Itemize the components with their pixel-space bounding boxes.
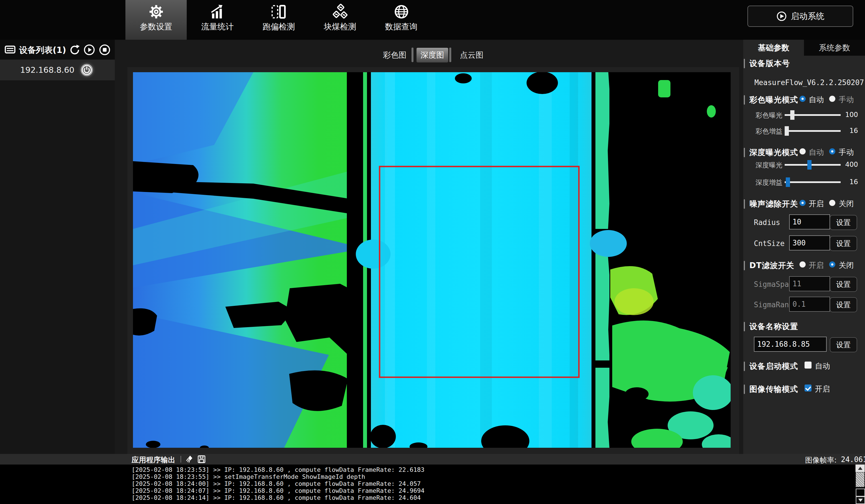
dt-filter-off-radio[interactable]	[829, 261, 835, 268]
globe-icon	[393, 3, 410, 21]
sigmarange-input[interactable]	[789, 297, 830, 312]
dt-filter-on-label[interactable]: 开启	[809, 260, 824, 270]
log-scrollbar[interactable]	[855, 465, 865, 504]
status-divider	[181, 456, 181, 462]
stop-all-icon[interactable]	[99, 44, 111, 56]
transfer-mode-title: 图像传输模式	[749, 384, 798, 395]
depth-mode-auto-radio[interactable]	[799, 148, 806, 154]
framerate-label: 图像帧率:	[805, 455, 837, 465]
cntsize-label: CntSize	[754, 239, 785, 248]
tab-divider	[412, 48, 414, 62]
framerate-value: 24.0616	[841, 455, 865, 464]
radius-set-button[interactable]: 设置	[830, 215, 857, 230]
device-name-title: 设备名称设置	[749, 321, 798, 332]
section-accent	[744, 385, 745, 394]
cntsize-set-button[interactable]: 设置	[830, 236, 857, 251]
toolbar-item-deviation-detect[interactable]: 跑偏检测	[248, 0, 309, 40]
viewer-area: 彩色图 深度图 点云图	[115, 40, 743, 454]
power-icon[interactable]	[80, 63, 93, 77]
noise-filter-on-label[interactable]: 开启	[809, 199, 824, 209]
noise-filter-title: 噪声滤除开关	[749, 199, 798, 209]
depth-gain-row: 深度增益 16	[743, 178, 865, 189]
tab-color-image[interactable]: 彩色图	[383, 50, 406, 60]
save-log-icon[interactable]	[197, 455, 206, 464]
depth-exposure-row: 深度曝光 400	[743, 161, 865, 172]
device-row[interactable]: 192.168.8.60	[0, 60, 115, 80]
device-list-icon	[4, 44, 16, 57]
toolbar-item-flow-stats[interactable]: 流量统计	[187, 0, 248, 40]
tab-point-cloud[interactable]: 点云图	[460, 50, 483, 60]
gear-icon	[148, 3, 164, 21]
play-circle-icon	[776, 11, 787, 22]
color-gain-slider[interactable]	[785, 130, 841, 132]
color-mode-manual-radio[interactable]	[829, 96, 835, 102]
dt-filter-off-label[interactable]: 关闭	[839, 260, 854, 270]
depth-image-frame	[127, 67, 739, 454]
dt-filter-on-radio[interactable]	[799, 261, 806, 268]
color-mode-auto-radio[interactable]	[799, 96, 806, 102]
log-console: [2025-02-08 18:23:53] >> IP: 192.168.8.6…	[0, 465, 865, 504]
depth-exposure-label: 深度曝光	[752, 161, 782, 169]
toolbar-item-label: 流量统计	[201, 21, 234, 33]
noise-filter-on-radio[interactable]	[799, 200, 806, 206]
depth-gain-handle[interactable]	[786, 177, 790, 187]
tab-basic-params[interactable]: 基础参数	[743, 40, 804, 56]
color-exposure-mode-title: 彩色曝光模式	[749, 95, 798, 105]
log-line: [2025-02-08 18:24:14] >> IP: 192.168.8.6…	[131, 494, 421, 501]
toolbar-item-param-settings[interactable]: 参数设置	[125, 0, 187, 40]
toolbar-item-label: 数据查询	[385, 21, 418, 33]
clear-log-icon[interactable]	[185, 455, 194, 464]
radius-label: Radius	[754, 218, 780, 227]
color-mode-manual-label[interactable]: 手动	[839, 95, 854, 105]
section-accent	[744, 95, 745, 105]
noise-filter-off-radio[interactable]	[829, 200, 835, 206]
sigmaspace-set-button[interactable]: 设置	[830, 277, 857, 292]
radius-input[interactable]	[789, 214, 830, 230]
transfer-mode-label[interactable]: 开启	[815, 384, 830, 394]
log-line: [2025-02-08 18:24:00] >> IP: 192.168.8.6…	[131, 480, 421, 487]
color-exposure-label: 彩色曝光	[752, 111, 782, 120]
color-exposure-row: 彩色曝光 100	[743, 111, 865, 122]
play-all-icon[interactable]	[83, 44, 95, 56]
color-gain-handle[interactable]	[785, 126, 789, 136]
toolbar-item-data-query[interactable]: 数据查询	[371, 0, 432, 40]
start-system-label: 启动系统	[791, 11, 824, 22]
tab-depth-image[interactable]: 深度图	[416, 48, 448, 63]
color-exposure-slider[interactable]	[785, 114, 841, 116]
color-exposure-value: 100	[842, 111, 858, 119]
tab-system-params[interactable]: 系统参数	[804, 40, 865, 56]
measureflow-app: 参数设置 流量统计 跑偏检测	[0, 0, 865, 504]
section-accent	[744, 322, 745, 331]
depth-mode-manual-label[interactable]: 手动	[839, 147, 854, 157]
refresh-icon[interactable]	[69, 44, 80, 56]
color-mode-auto-label[interactable]: 自动	[809, 95, 824, 105]
toolbar-item-coal-detect[interactable]: 块煤检测	[309, 0, 371, 40]
start-mode-checkbox[interactable]	[805, 362, 811, 368]
depth-exposure-handle[interactable]	[807, 160, 811, 169]
depth-gain-slider[interactable]	[785, 181, 841, 183]
depth-gain-value: 16	[842, 178, 858, 186]
noise-filter-off-label[interactable]: 关闭	[839, 199, 854, 209]
depth-exposure-slider[interactable]	[785, 164, 841, 166]
color-exposure-handle[interactable]	[790, 110, 794, 120]
start-mode-label[interactable]: 自动	[815, 361, 830, 371]
coal-icon	[332, 3, 348, 21]
transfer-mode-checkbox[interactable]	[805, 385, 811, 391]
scroll-up-button[interactable]	[855, 465, 865, 472]
depth-mode-manual-radio[interactable]	[829, 148, 835, 154]
cntsize-input[interactable]	[789, 235, 830, 250]
scrollbar-thumb[interactable]	[856, 472, 864, 487]
scroll-down-button[interactable]	[856, 496, 865, 504]
sigmarange-set-button[interactable]: 设置	[830, 297, 857, 312]
depth-mode-auto-label[interactable]: 自动	[809, 147, 824, 157]
sigmaspace-input[interactable]	[789, 276, 830, 291]
app-output-title: 应用程序输出	[131, 455, 175, 465]
depth-exposure-value: 400	[842, 161, 858, 168]
log-line: [2025-02-08 18:23:53] >> IP: 192.168.8.6…	[131, 466, 424, 473]
device-name-set-button[interactable]: 设置	[830, 337, 857, 352]
device-version-title: 设备版本号	[749, 58, 790, 69]
deviation-icon	[271, 3, 287, 21]
device-name-input[interactable]	[754, 337, 827, 352]
start-system-button[interactable]: 启动系统	[747, 5, 853, 27]
log-line: [2025-02-08 18:24:07] >> IP: 192.168.8.6…	[131, 487, 424, 494]
